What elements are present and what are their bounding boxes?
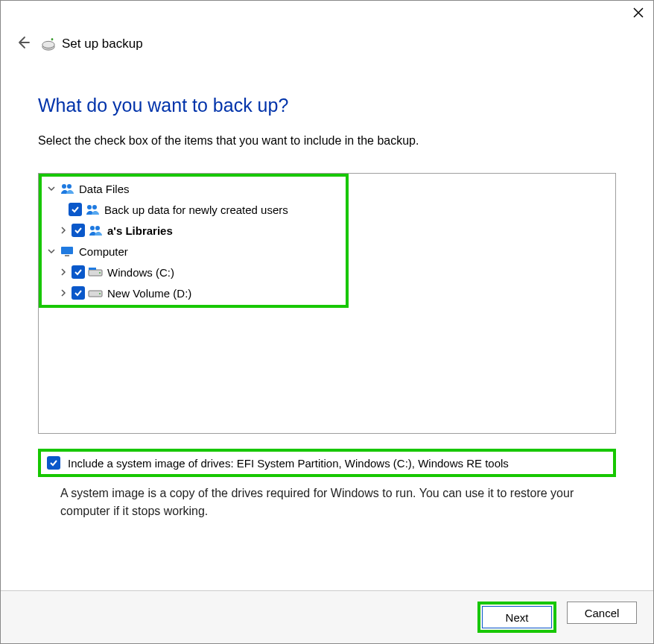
highlight-box-next: Next (477, 602, 556, 633)
tree-node-drive-d[interactable]: New Volume (D:) (39, 282, 615, 303)
chevron-down-icon[interactable] (46, 185, 57, 192)
svg-rect-11 (89, 268, 96, 270)
tree-node-user-libraries[interactable]: a's Libraries (39, 220, 615, 241)
system-image-row[interactable]: Include a system image of drives: EFI Sy… (38, 449, 616, 477)
checkbox[interactable] (72, 224, 85, 237)
chevron-down-icon[interactable] (46, 247, 57, 255)
system-image-label: Include a system image of drives: EFI Sy… (68, 457, 509, 470)
chevron-right-icon[interactable] (58, 227, 69, 234)
system-image-description: A system image is a copy of the drives r… (38, 477, 616, 520)
tree-label: Back up data for newly created users (103, 203, 288, 216)
wizard-title-text: Set up backup (62, 37, 143, 51)
svg-point-1 (42, 41, 54, 48)
svg-point-7 (95, 226, 100, 230)
svg-point-3 (67, 184, 72, 189)
back-arrow-icon[interactable] (14, 34, 31, 53)
drive-icon (88, 286, 103, 300)
main-content: What do you want to back up? Select the … (1, 57, 653, 590)
tree-label: Computer (77, 245, 128, 258)
users-icon (85, 203, 100, 216)
checkbox[interactable] (72, 265, 85, 279)
page-heading: What do you want to back up? (38, 95, 616, 116)
tree-label: a's Libraries (106, 224, 173, 237)
checkbox-system-image[interactable] (47, 456, 60, 470)
svg-point-4 (87, 205, 92, 209)
tree-label: Windows (C:) (106, 266, 174, 279)
backup-icon (41, 37, 56, 51)
next-button[interactable]: Next (482, 606, 552, 628)
tree-node-computer[interactable]: Computer (39, 241, 615, 262)
drive-icon (88, 265, 103, 279)
titlebar (1, 1, 653, 27)
chevron-right-icon[interactable] (58, 268, 69, 276)
checkbox[interactable] (69, 203, 82, 216)
chevron-right-icon[interactable] (58, 289, 69, 297)
svg-point-6 (90, 226, 95, 230)
tree-label: Data Files (77, 183, 130, 195)
svg-point-12 (99, 272, 101, 274)
wizard-header: Set up backup (1, 27, 653, 57)
cancel-button[interactable]: Cancel (567, 602, 637, 624)
tree-label: New Volume (D:) (106, 287, 191, 300)
svg-point-5 (92, 205, 97, 209)
wizard-footer: Next Cancel (1, 590, 653, 643)
backup-items-tree: Data Files Back up data for newly create… (38, 173, 616, 434)
checkbox[interactable] (72, 286, 85, 300)
tree-node-data-files[interactable]: Data Files (39, 178, 615, 199)
close-icon[interactable] (632, 7, 644, 21)
svg-rect-9 (65, 255, 69, 256)
tree-node-drive-c[interactable]: Windows (C:) (39, 262, 615, 282)
users-icon (88, 224, 103, 237)
tree-node-new-users[interactable]: Back up data for newly created users (39, 199, 615, 220)
svg-point-14 (99, 293, 101, 294)
wizard-title: Set up backup (41, 37, 143, 51)
svg-point-2 (62, 184, 66, 189)
users-icon (60, 182, 74, 195)
svg-rect-8 (61, 247, 73, 254)
page-subtext: Select the check box of the items that y… (38, 134, 616, 148)
monitor-icon (60, 244, 74, 258)
